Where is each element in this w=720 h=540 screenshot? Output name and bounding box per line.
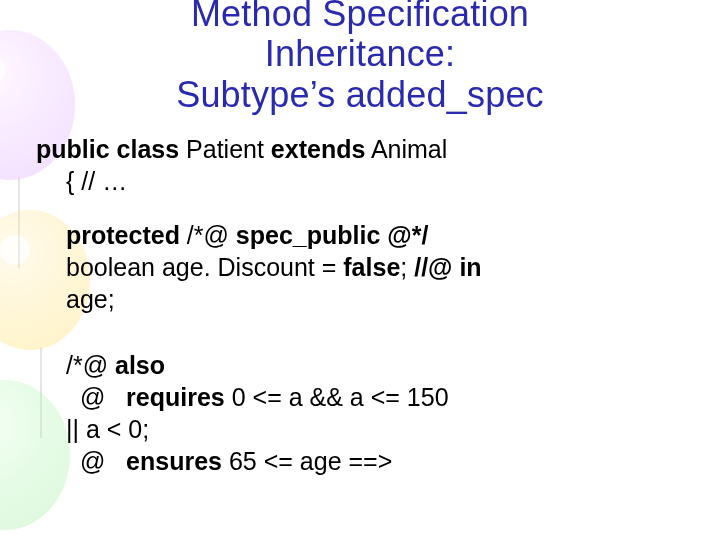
spec-line-requires: @ requires 0 <= a && a <= 150 [66, 381, 684, 413]
supertype-name: Animal [365, 135, 447, 163]
keyword-requires: requires [126, 383, 225, 411]
title-line-1: Method Specification [191, 0, 529, 34]
field-line-1: protected /*@ spec_public @*/ [66, 219, 684, 251]
field-declaration-block: protected /*@ spec_public @*/ boolean ag… [36, 219, 684, 315]
field-tail: age; [66, 285, 115, 313]
requires-expr: 0 <= a && a <= 150 [225, 383, 449, 411]
keyword-ensures: ensures [126, 447, 222, 475]
field-type-and-name: boolean age. Discount = [66, 253, 343, 281]
annotation-open: /*@ [180, 221, 236, 249]
spec-line-requires-cont: || a < 0; [66, 413, 684, 445]
semicolon: ; [400, 253, 414, 281]
spec-line-also: /*@ also [66, 349, 684, 381]
open-brace-line: { // … [36, 165, 684, 197]
annotation-in: //@ in [414, 253, 481, 281]
keyword-spec-public: spec_public [236, 221, 381, 249]
spec-at-2: @ [66, 383, 126, 411]
annotation-close: @*/ [380, 221, 428, 249]
keyword-also: also [115, 351, 165, 379]
code-block: public class Patient extends Animal { //… [36, 133, 684, 477]
keyword-false: false [343, 253, 400, 281]
title-line-2: Inheritance: [265, 33, 456, 74]
spec-at-3: @ [66, 447, 126, 475]
brace-and-comment: { // … [66, 167, 127, 195]
class-declaration-line: public class Patient extends Animal [36, 133, 684, 165]
class-name: Patient [179, 135, 271, 163]
field-line-2: boolean age. Discount = false; //@ in [66, 251, 684, 283]
requires-cont: || a < 0; [66, 415, 149, 443]
title-line-3: Subtype’s added_spec [176, 74, 544, 115]
spec-open: /*@ [66, 351, 115, 379]
keyword-public-class: public class [36, 135, 179, 163]
spec-line-ensures: @ ensures 65 <= age ==> [66, 445, 684, 477]
field-line-3: age; [66, 283, 684, 315]
slide-title: Method Specification Inheritance: Subtyp… [36, 0, 684, 115]
keyword-protected: protected [66, 221, 180, 249]
keyword-extends: extends [271, 135, 365, 163]
spec-block: /*@ also @ requires 0 <= a && a <= 150 |… [36, 349, 684, 477]
ensures-expr: 65 <= age ==> [222, 447, 392, 475]
